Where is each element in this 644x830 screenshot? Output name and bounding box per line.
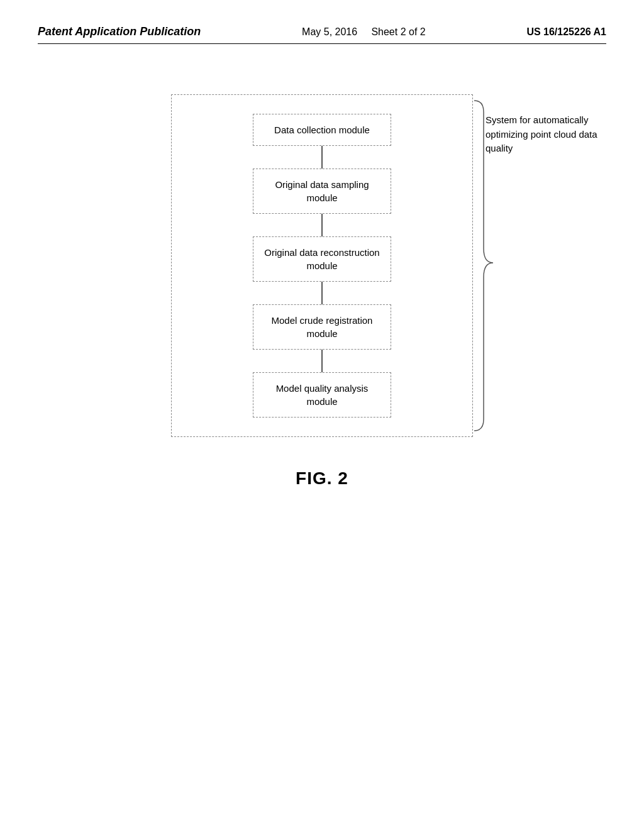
figure-caption: FIG. 2 xyxy=(38,468,606,489)
connector-1 xyxy=(321,146,323,169)
publication-date: May 5, 2016 xyxy=(302,26,357,37)
sheet-info: May 5, 2016 Sheet 2 of 2 xyxy=(302,26,426,38)
patent-number: US 16/125226 A1 xyxy=(526,26,606,38)
data-collection-module: Data collection module xyxy=(253,114,391,146)
diagram-area: Data collection module Original data sam… xyxy=(38,94,606,437)
original-data-sampling-module: Original data sampling module xyxy=(253,169,391,214)
connector-4 xyxy=(321,350,323,372)
sheet-number: Sheet 2 of 2 xyxy=(371,26,425,37)
original-data-reconstruction-module: Original data reconstruction module xyxy=(253,236,391,282)
page-header: Patent Application Publication May 5, 20… xyxy=(38,25,606,44)
connector-2 xyxy=(321,214,323,236)
system-label: System for automatically optimizing poin… xyxy=(486,113,611,156)
publication-label: Patent Application Publication xyxy=(38,25,201,38)
page: Patent Application Publication May 5, 20… xyxy=(0,0,644,830)
system-outer-box: Data collection module Original data sam… xyxy=(171,94,473,437)
model-quality-analysis-module: Model quality analysis module xyxy=(253,372,391,418)
connector-3 xyxy=(321,282,323,304)
model-crude-registration-module: Model crude registration module xyxy=(253,304,391,350)
